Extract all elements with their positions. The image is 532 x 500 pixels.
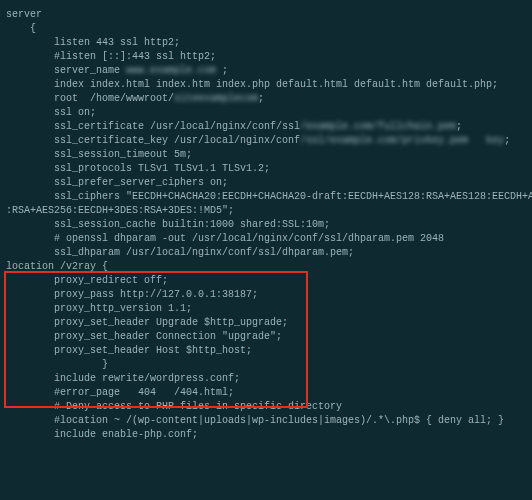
text [468,135,486,146]
code-line: server [6,8,532,22]
code-line: proxy_pass http://127.0.0.1:38187; [6,288,532,302]
code-line: ssl on; [6,106,532,120]
code-line: proxy_redirect off; [6,274,532,288]
code-line: include rewrite/wordpress.conf; [6,372,532,386]
code-line: proxy_set_header Connection "upgrade"; [6,330,532,344]
code-line: proxy_set_header Host $http_host; [6,344,532,358]
code-line: ssl_session_timeout 5m; [6,148,532,162]
code-line: :RSA+AES256:EECDH+3DES:RSA+3DES:!MD5"; [6,204,532,218]
code-line: } [6,358,532,372]
nginx-config-code: server { listen 443 ssl http2; #listen [… [0,0,532,500]
code-line: #error_page 404 /404.html; [6,386,532,400]
code-line: listen 443 ssl http2; [6,36,532,50]
text: root /home/wwwroot/ [6,93,174,104]
code-line: ssl_prefer_server_ciphers on; [6,176,532,190]
text: ; [504,135,510,146]
code-line: ssl_protocols TLSv1 TLSv1.1 TLSv1.2; [6,162,532,176]
text: server_name [6,65,126,76]
code-line: proxy_http_version 1.1; [6,302,532,316]
code-line-ssl-cert: ssl_certificate /usr/local/nginx/conf/ss… [6,120,532,134]
code-line: include enable-php.conf; [6,428,532,442]
code-line: ssl_session_cache builtin:1000 shared:SS… [6,218,532,232]
redacted-text: siteexamplecom [174,92,258,106]
code-line: #location ~ /(wp-content|uploads|wp-incl… [6,414,532,428]
redacted-text: /example.com/fullchain.pem [300,120,456,134]
code-line: # openssl dhparam -out /usr/local/nginx/… [6,232,532,246]
text: ; [456,121,462,132]
code-line: { [6,22,532,36]
code-line-root: root /home/wwwroot/siteexamplecom; [6,92,532,106]
code-line-ssl-key: ssl_certificate_key /usr/local/nginx/con… [6,134,532,148]
redacted-text: www.example.com [126,64,216,78]
code-line: index index.html index.htm index.php def… [6,78,532,92]
code-line: # Deny access to PHP files in specific d… [6,400,532,414]
text: ssl_certificate_key /usr/local/nginx/con… [6,135,300,146]
code-line: #listen [::]:443 ssl http2; [6,50,532,64]
code-line: ssl_ciphers "EECDH+CHACHA20:EECDH+CHACHA… [6,190,532,204]
code-line: ssl_dhparam /usr/local/nginx/conf/ssl/dh… [6,246,532,260]
code-line-server-name: server_name www.example.com ; [6,64,532,78]
redacted-text: /ssl/example.com/privkey.pem [300,134,468,148]
text: ; [216,65,228,76]
code-line: proxy_set_header Upgrade $http_upgrade; [6,316,532,330]
text: ssl_certificate /usr/local/nginx/conf/ss… [6,121,300,132]
code-line-location: location /v2ray { [6,260,532,274]
text: ; [258,93,264,104]
redacted-text: key [486,134,504,148]
